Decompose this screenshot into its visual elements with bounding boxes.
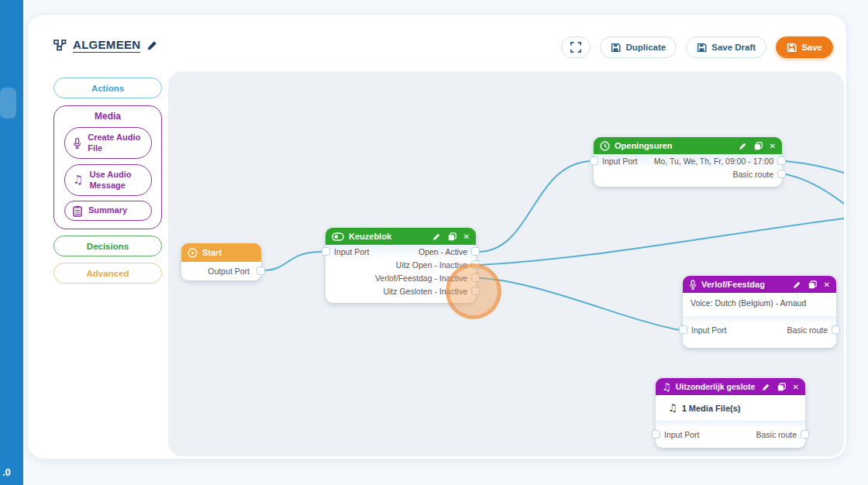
input-port-label: Input Port [691,325,727,335]
close-node-icon[interactable]: ✕ [463,232,470,241]
keuzeblok-row-verlof: Verlof/Feestdag - Inactive [326,271,476,284]
node-start-header[interactable]: Start [181,243,261,262]
sidebar-item-advanced[interactable]: Advanced [53,263,162,284]
keuzeblok-output-port-verlof[interactable] [471,273,480,282]
actions-label: Actions [91,84,124,93]
flow-name-link[interactable]: ALGEMEEN [73,38,140,53]
verlof-output-port-basic[interactable] [832,325,840,334]
save-draft-button[interactable]: Save Draft [686,36,766,58]
openingsuren-output-port-schedule[interactable] [777,157,786,165]
node-uitz-header[interactable]: ♫ Uitzonderlijk geslote ✕ [656,378,805,395]
node-openingsuren-title: Openingsuren [615,141,673,150]
uitz-row-ports: Input Port Basic route [656,427,805,442]
use-audio-message-label: Use Audio Message [89,170,148,191]
duplicate-node-icon[interactable] [448,232,456,241]
edge-openingsuren-basic-offscreen [786,174,844,204]
sidebar-item-create-audio-file[interactable]: Create Audio File [64,127,152,159]
verlof-input-port[interactable] [679,325,687,334]
sidebar-item-decisions[interactable]: Decisions [53,236,162,256]
basic-route-label: Basic route [787,325,828,335]
uitz-output-port-basic[interactable] [801,430,809,439]
output-label: Uitz Gesloten - Inactive [383,287,467,296]
keuzeblok-row-uitz-open: Uitz Open - Inactive [326,258,476,271]
save-disk-icon [697,43,707,53]
decisions-label: Decisions [87,242,129,251]
node-start[interactable]: Start Output Port [181,243,261,280]
sidebar-item-summary[interactable]: Summary [64,201,152,221]
sidebar-media-group: Media Create Audio File ♫ Use Audio Mess… [53,105,162,229]
duplicate-node-icon[interactable] [777,383,786,391]
media-files-row: ♫ 1 Media File(s) [656,395,805,421]
version-label: .0 [2,466,11,478]
edit-node-icon[interactable] [739,142,747,150]
start-output-port[interactable] [257,267,265,275]
media-files-label: 1 Media File(s) [682,404,741,413]
node-keuzeblok-header[interactable]: Keuzeblok ✕ [326,228,476,245]
node-verlof-feestdag[interactable]: Verlof/Feestdag ✕ Voice: Dutch (Belgium)… [683,276,836,348]
openingsuren-output-port-basic[interactable] [777,170,786,178]
advanced-label: Advanced [87,269,129,278]
openingsuren-row-schedule: Input Port Mo, Tu, We, Th, Fr, 09:00 - 1… [594,154,782,167]
flow-title: ALGEMEEN [53,38,158,53]
save-button[interactable]: Save [776,36,833,58]
duplicate-node-icon[interactable] [808,280,817,289]
save-label: Save [801,43,822,52]
node-uitzonderlijk-gesloten[interactable]: ♫ Uitzonderlijk geslote ✕ ♫ 1 Media File… [656,378,805,448]
edit-title-icon[interactable] [146,40,158,51]
edit-node-icon[interactable] [793,280,801,289]
flow-editor-card: ALGEMEEN Duplicate Save Draft [27,14,847,459]
duplicate-button[interactable]: Duplicate [600,36,677,58]
basic-route-label: Basic route [756,430,797,439]
node-keuzeblok[interactable]: Keuzeblok ✕ Input Port Open - Active Uit… [326,228,476,303]
verlof-row-ports: Input Port Basic route [683,322,836,338]
clipboard-icon [73,205,82,217]
close-node-icon[interactable]: ✕ [770,142,776,150]
keuzeblok-output-port-uitz-open[interactable] [471,260,480,269]
duplicate-label: Duplicate [625,43,666,52]
keuzeblok-row-input: Input Port Open - Active [326,245,476,258]
edit-node-icon[interactable] [432,232,441,241]
edge-uitz-open-offscreen [480,218,844,265]
node-verlof-header[interactable]: Verlof/Feestdag ✕ [683,276,836,293]
node-verlof-title: Verlof/Feestdag [701,280,765,289]
row-divider [683,316,836,322]
fullscreen-icon [570,42,581,53]
duplicate-node-icon[interactable] [754,142,763,150]
node-openingsuren-header[interactable]: Openingsuren ✕ [594,137,782,154]
output-label: Uitz Open - Inactive [396,260,467,270]
music-note-icon: ♫ [73,173,83,187]
node-start-title: Start [202,248,222,257]
output-port-label: Output Port [208,267,253,276]
keuzeblok-input-port[interactable] [322,247,330,256]
close-node-icon[interactable]: ✕ [793,383,799,391]
keuzeblok-output-port-uitz-gesloten[interactable] [471,287,480,295]
edge-keuzeblok-openingsuren [480,161,591,252]
music-note-icon: ♫ [668,402,677,414]
voice-info: Voice: Dutch (Belgium) - Arnaud [683,293,836,316]
output-label: Open - Active [418,247,467,256]
flow-canvas[interactable]: Start Output Port Keuzeblok ✕ [168,71,844,456]
sidebar-item-use-audio-message[interactable]: ♫ Use Audio Message [64,164,152,196]
node-keuzeblok-title: Keuzeblok [349,232,391,241]
basic-route-label: Basic route [732,170,773,179]
microphone-icon [73,137,81,150]
schedule-label: Mo, Tu, We, Th, Fr, 09:00 - 17:00 [654,157,773,166]
rail-menu-item[interactable] [0,88,16,119]
openingsuren-input-port[interactable] [590,157,598,165]
play-icon [188,248,198,258]
node-openingsuren[interactable]: Openingsuren ✕ Input Port Mo, Tu, We, Th… [594,137,782,187]
edit-node-icon[interactable] [762,383,770,391]
uitz-input-port[interactable] [652,430,660,439]
fullscreen-button[interactable] [561,36,591,58]
flow-icon [53,40,67,51]
save-disk-icon [611,43,621,53]
edge-keuzeblok-verlof [480,278,680,330]
edge-start-keuzeblok [264,252,322,270]
keuzeblok-output-port-open[interactable] [471,247,480,256]
sidebar-item-actions[interactable]: Actions [53,77,162,98]
create-audio-file-label: Create Audio File [88,132,148,154]
output-label: Verlof/Feestdag - Inactive [375,273,467,283]
start-output-row: Output Port [181,262,261,280]
close-node-icon[interactable]: ✕ [824,280,830,289]
summary-label: Summary [88,205,127,216]
